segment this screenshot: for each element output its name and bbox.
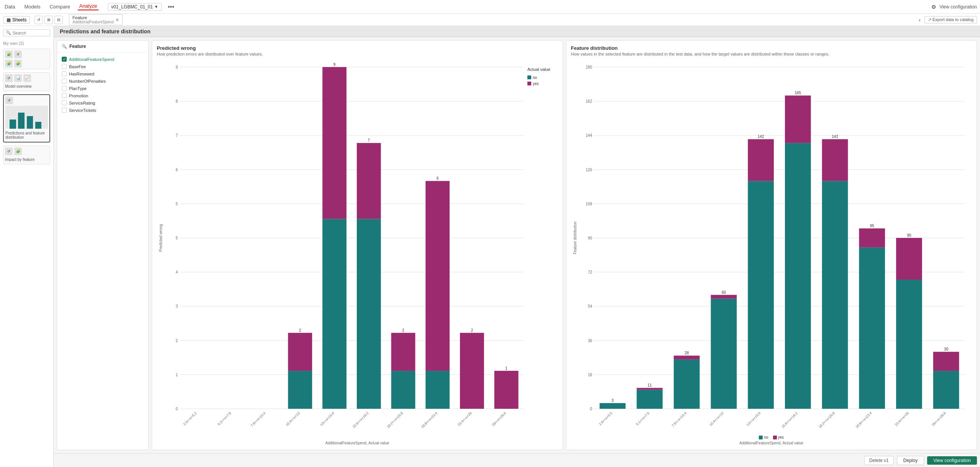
svg-text:72: 72: [588, 270, 592, 274]
feature-name: AdditionalFeatureSpend: [69, 57, 114, 62]
svg-rect-41: [425, 371, 450, 409]
svg-rect-86: [673, 359, 699, 409]
view-config-button[interactable]: View configuration: [927, 456, 977, 465]
feature-panel-title: Feature: [69, 44, 86, 49]
refresh-icon[interactable]: ↺: [34, 16, 43, 24]
search-input[interactable]: [13, 31, 48, 35]
svg-text:5: 5: [176, 202, 178, 206]
svg-text:yes: yes: [533, 82, 539, 86]
model-card-1[interactable]: 🧩 ↺ 🧩 🧩: [3, 49, 50, 69]
feature-item[interactable]: AdditionalFeatureSpend: [60, 56, 145, 63]
svg-rect-38: [391, 333, 415, 371]
feature-item[interactable]: NumberOfPenalties: [60, 77, 145, 85]
svg-text:5.1<=x<7.6: 5.1<=x<7.6: [635, 411, 650, 426]
left-sidebar: 🔍 My own (3) 🧩 ↺ 🧩 🧩 ↺ 📊 📈 Model overvie…: [0, 26, 54, 467]
sheets-button[interactable]: ▦ Sheets: [3, 16, 30, 24]
puzzle-icon-1: 🧩: [5, 51, 13, 58]
svg-text:7.6<=x<10.4: 7.6<=x<10.4: [671, 411, 687, 428]
svg-rect-99: [785, 95, 811, 143]
svg-text:1: 1: [505, 366, 507, 370]
svg-rect-25: [288, 371, 312, 409]
nav-compare[interactable]: Compare: [48, 4, 71, 10]
svg-text:3: 3: [611, 398, 614, 403]
svg-text:18.2<=x<20.8: 18.2<=x<20.8: [386, 411, 404, 429]
svg-text:7: 7: [368, 138, 370, 143]
more-options-icon[interactable]: •••: [168, 3, 174, 10]
svg-text:5.2<=x<7.8: 5.2<=x<7.8: [217, 411, 232, 426]
feature-item[interactable]: ServiceRating: [60, 99, 145, 107]
svg-text:13<=x<15.6: 13<=x<15.6: [319, 411, 335, 427]
feature-name: BaseFee: [69, 64, 86, 69]
feature-name: ServiceTickets: [69, 108, 96, 113]
feature-tab-subtitle: AdditionalFeatureSpend: [72, 20, 113, 24]
svg-text:60: 60: [721, 290, 726, 295]
nav-analyze[interactable]: Analyze: [78, 3, 98, 10]
feature-tab[interactable]: Feature AdditionalFeatureSpend ✕: [69, 14, 122, 25]
model-card-predictions[interactable]: ↺ Predictions and feature distribution: [3, 94, 50, 143]
svg-text:95: 95: [870, 224, 874, 228]
chevron-left-icon[interactable]: ‹: [917, 17, 922, 23]
svg-rect-87: [673, 356, 699, 359]
deploy-button[interactable]: Deploy: [897, 456, 924, 465]
model-card-overview[interactable]: ↺ 📊 📈 Model overview: [3, 72, 50, 91]
impact-label: Impact by feature: [5, 157, 48, 162]
feature-checkbox[interactable]: [62, 64, 67, 69]
svg-rect-29: [322, 219, 346, 409]
svg-text:7.8<=x<10.4: 7.8<=x<10.4: [250, 411, 266, 428]
svg-rect-98: [785, 143, 811, 409]
delete-button[interactable]: Delete v1: [864, 456, 894, 465]
nav-models[interactable]: Models: [23, 4, 42, 10]
svg-text:9: 9: [333, 62, 336, 67]
svg-rect-34: [357, 143, 381, 219]
svg-text:142: 142: [757, 134, 764, 139]
close-icon[interactable]: ✕: [115, 17, 119, 23]
svg-text:6: 6: [437, 176, 439, 180]
svg-text:13<=x<15.6: 13<=x<15.6: [745, 411, 761, 427]
puzzle-icon-4: 🧩: [14, 60, 22, 67]
feature-checkbox[interactable]: [62, 71, 67, 76]
refresh-card-icon: ↺: [5, 74, 13, 82]
svg-rect-90: [711, 299, 737, 409]
svg-rect-48: [494, 371, 519, 409]
feature-dist-panel: Feature distribution How values in the s…: [566, 40, 977, 450]
main-layout: 🔍 My own (3) 🧩 ↺ 🧩 🧩 ↺ 📊 📈 Model overvie…: [0, 26, 980, 467]
feature-name: PlanType: [69, 86, 87, 91]
search-box[interactable]: 🔍: [3, 29, 50, 36]
feature-panel-header: 🔍 Feature: [57, 41, 148, 52]
feature-item[interactable]: PlanType: [60, 85, 145, 92]
svg-rect-53: [527, 75, 531, 79]
export-button[interactable]: ↗ Export data to catalog: [924, 16, 977, 23]
feature-item[interactable]: BaseFee: [60, 63, 145, 70]
feature-name: Promotion: [69, 93, 88, 98]
feature-item[interactable]: Promotion: [60, 92, 145, 99]
view-config-top[interactable]: View configuration: [939, 4, 977, 10]
settings-icon: ⚙: [931, 4, 936, 10]
feature-checkbox[interactable]: [62, 93, 67, 98]
model-card-impact[interactable]: ↺ 🧩 Impact by feature: [3, 146, 50, 164]
svg-text:2.6<=x<5.2: 2.6<=x<5.2: [182, 411, 197, 426]
model-selector[interactable]: v01_LGBMC_01_01 ▼: [108, 3, 162, 11]
feature-item[interactable]: ServiceTickets: [60, 107, 145, 114]
nav-data[interactable]: Data: [3, 4, 16, 10]
feature-checkbox[interactable]: [62, 86, 67, 91]
bar-chart-icon-2: 📈: [23, 74, 31, 82]
feature-checkbox[interactable]: [62, 108, 67, 113]
svg-rect-55: [527, 82, 531, 85]
model-overview-label: Model overview: [5, 84, 48, 89]
feature-checkbox[interactable]: [62, 100, 67, 105]
puzzle-icon-2: ↺: [14, 51, 22, 58]
grid-icon[interactable]: ⊞: [44, 16, 53, 24]
svg-text:10.4<=x<13: 10.4<=x<13: [708, 411, 724, 427]
svg-rect-45: [460, 333, 484, 409]
export-icon: ↗: [928, 17, 931, 22]
feature-checkbox[interactable]: [62, 57, 67, 62]
feature-checkbox[interactable]: [62, 79, 67, 84]
svg-rect-114: [933, 371, 959, 409]
layout-icon[interactable]: ⊟: [54, 16, 63, 24]
svg-text:2: 2: [299, 328, 301, 333]
svg-rect-33: [357, 219, 381, 409]
feature-panel: 🔍 Feature AdditionalFeatureSpendBaseFeeH…: [57, 40, 149, 450]
svg-text:165: 165: [795, 91, 801, 95]
feature-item[interactable]: HasRenewed: [60, 70, 145, 77]
feature-name: NumberOfPenalties: [69, 79, 106, 84]
